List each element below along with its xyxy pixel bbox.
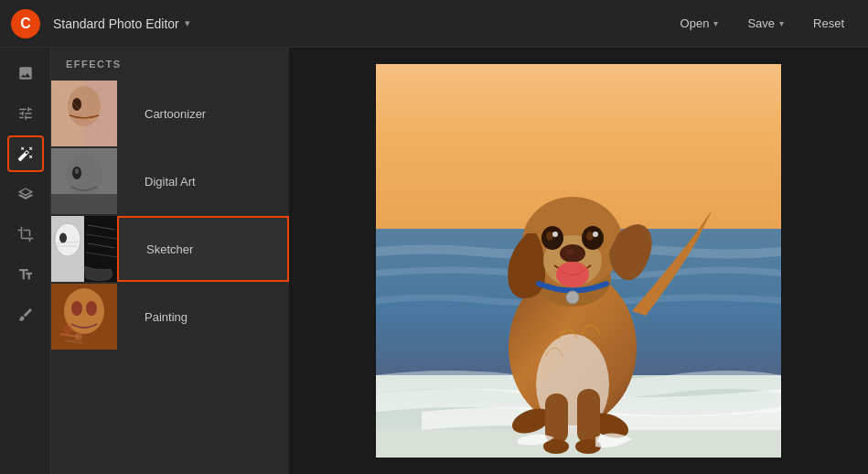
digital-art-thumbnail [51, 148, 117, 214]
painting-thumbnail [51, 284, 117, 350]
cartoonizer-thumbnail [51, 81, 117, 146]
sketcher-thumbnail [51, 216, 117, 282]
photo-container [376, 64, 781, 458]
open-chevron: ▾ [713, 18, 718, 28]
icon-bar [0, 48, 51, 474]
cartoonizer-preview [51, 81, 117, 146]
main-area: EFFECTS Cartoonizer [0, 48, 868, 474]
sketcher-label-wrapper: Sketcher [117, 216, 289, 282]
svg-point-49 [546, 232, 553, 241]
sketcher-preview [51, 216, 117, 282]
app-logo: C [11, 9, 40, 38]
digital-art-label-wrapper: Digital Art [117, 148, 289, 214]
effect-item-painting[interactable]: Painting [51, 284, 289, 350]
effect-item-sketcher[interactable]: Sketcher [51, 216, 289, 282]
svg-point-3 [72, 98, 81, 111]
image-icon [17, 65, 34, 81]
svg-rect-9 [51, 194, 117, 214]
sidebar-item-text[interactable] [7, 256, 44, 293]
text-icon [17, 266, 34, 283]
effects-panel: EFFECTS Cartoonizer [51, 48, 289, 474]
effect-item-digital-art[interactable]: Digital Art [51, 148, 289, 214]
adjustments-icon [17, 105, 34, 122]
svg-point-51 [552, 232, 558, 237]
svg-point-53 [566, 291, 579, 304]
sidebar-item-adjustments[interactable] [7, 95, 44, 132]
svg-point-50 [586, 232, 594, 241]
svg-point-22 [71, 301, 82, 316]
photo-display [376, 64, 781, 458]
cartoonizer-label: Cartoonizer [130, 107, 289, 121]
svg-point-52 [593, 232, 598, 237]
effect-item-cartoonizer[interactable]: Cartoonizer [51, 81, 289, 146]
svg-point-26 [63, 325, 72, 334]
canvas-area [289, 48, 868, 474]
sidebar-item-brush[interactable] [7, 296, 44, 333]
painting-label-wrapper: Painting [117, 284, 289, 350]
effects-icon [17, 145, 34, 162]
sidebar-item-crop[interactable] [7, 216, 44, 253]
cartoonizer-label-wrapper: Cartoonizer [117, 81, 289, 146]
digital-art-label: Digital Art [130, 175, 289, 189]
svg-point-6 [66, 153, 102, 199]
painting-label: Painting [130, 310, 289, 324]
sidebar-item-layers[interactable] [7, 176, 44, 212]
sketcher-label: Sketcher [132, 242, 287, 256]
save-button[interactable]: Save ▾ [734, 11, 797, 36]
topbar-title-area: Standard Photo Editor ▾ [53, 16, 668, 31]
app-title: Standard Photo Editor [53, 16, 179, 31]
svg-point-13 [59, 233, 67, 243]
svg-point-27 [75, 333, 82, 340]
painting-preview [51, 284, 117, 350]
svg-point-12 [55, 223, 80, 256]
open-button[interactable]: Open ▾ [668, 11, 732, 36]
topbar: C Standard Photo Editor ▾ Open ▾ Save ▾ … [0, 0, 868, 48]
crop-icon [17, 226, 34, 242]
topbar-actions: Open ▾ Save ▾ Reset [668, 11, 857, 36]
svg-point-23 [86, 301, 97, 316]
title-chevron[interactable]: ▾ [185, 17, 190, 29]
svg-point-8 [75, 168, 79, 174]
save-chevron: ▾ [779, 18, 784, 28]
digital-art-preview [51, 148, 117, 214]
effects-title: EFFECTS [51, 59, 289, 81]
sidebar-item-effects[interactable] [7, 135, 44, 172]
sidebar-item-image[interactable] [7, 55, 44, 92]
layers-icon [17, 186, 34, 202]
brush-icon [17, 307, 34, 323]
svg-point-45 [565, 249, 574, 254]
svg-point-46 [556, 262, 589, 287]
reset-button[interactable]: Reset [800, 11, 857, 36]
svg-rect-38 [577, 389, 600, 444]
